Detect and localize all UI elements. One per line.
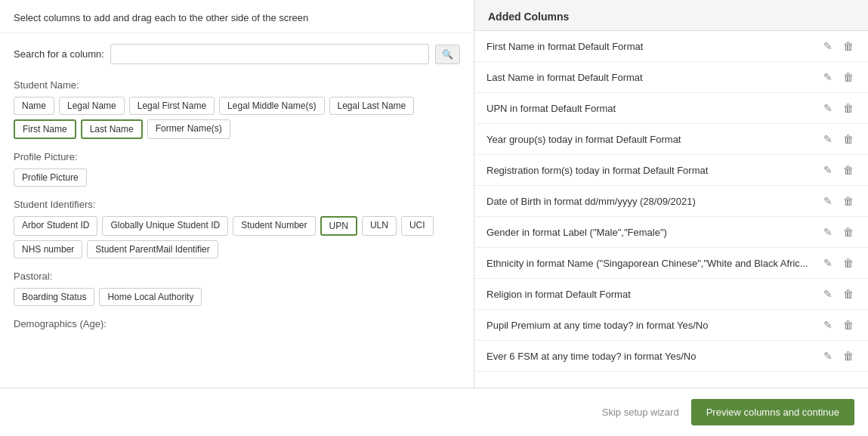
tag-uci[interactable]: UCI: [401, 216, 434, 236]
delete-column-button[interactable]: 🗑: [841, 100, 856, 116]
search-label: Search for a column:: [14, 48, 104, 60]
added-column-row: First Name in format Default Format✎🗑: [474, 31, 868, 62]
delete-column-button[interactable]: 🗑: [841, 70, 856, 85]
delete-column-button[interactable]: 🗑: [841, 193, 856, 209]
added-column-label: Date of Birth in format dd/mm/yyyy (28/0…: [487, 196, 815, 207]
added-column-label: Pupil Premium at any time today? in form…: [487, 320, 815, 331]
added-column-row: Religion in format Default Format✎🗑: [474, 279, 868, 310]
tag-globally-unique-student-id[interactable]: Globally Unique Student ID: [102, 216, 228, 236]
delete-column-button[interactable]: 🗑: [841, 224, 856, 240]
added-column-label: Religion in format Default Format: [487, 289, 815, 300]
edit-column-button[interactable]: ✎: [821, 348, 835, 363]
section-title-profile-picture: Profile Picture:: [14, 144, 460, 169]
right-panel-header: Added Columns: [474, 0, 868, 31]
section-title-demographics: Demographics (Age):: [14, 311, 460, 336]
tags-row-profile-picture: Profile Picture: [14, 169, 460, 187]
section-title-student-identifiers: Student Identifiers:: [14, 191, 460, 216]
tag-legal-first-name[interactable]: Legal First Name: [129, 97, 215, 115]
delete-column-button[interactable]: 🗑: [841, 39, 856, 54]
edit-column-button[interactable]: ✎: [821, 286, 835, 301]
added-columns-list: First Name in format Default Format✎🗑Las…: [474, 31, 868, 388]
added-column-label: Ever 6 FSM at any time today? in format …: [487, 351, 815, 362]
added-column-row: Date of Birth in format dd/mm/yyyy (28/0…: [474, 186, 868, 217]
tag-last-name[interactable]: Last Name: [81, 119, 143, 139]
right-panel-title: Added Columns: [488, 11, 569, 23]
search-icon: 🔍: [442, 49, 453, 60]
section-title-pastoral: Pastoral:: [14, 263, 460, 288]
delete-column-button[interactable]: 🗑: [841, 255, 856, 271]
added-column-row: Ever 6 FSM at any time today? in format …: [474, 341, 868, 372]
tag-boarding-status[interactable]: Boarding Status: [14, 288, 94, 306]
tags-row-student-identifiers: Arbor Student IDGlobally Unique Student …: [14, 216, 460, 258]
left-panel: Select columns to add and drag each to t…: [0, 0, 474, 388]
search-input[interactable]: [110, 44, 429, 64]
tag-upn[interactable]: UPN: [320, 216, 357, 236]
left-panel-title: Select columns to add and drag each to t…: [14, 12, 308, 23]
delete-column-button[interactable]: 🗑: [841, 317, 856, 332]
left-panel-header: Select columns to add and drag each to t…: [0, 0, 474, 33]
tag-name[interactable]: Name: [14, 97, 54, 115]
delete-column-button[interactable]: 🗑: [841, 131, 856, 147]
added-column-row: Year group(s) today in format Default Fo…: [474, 124, 868, 155]
section-pastoral: Pastoral:Boarding StatusHome Local Autho…: [14, 263, 460, 306]
edit-column-button[interactable]: ✎: [821, 39, 835, 54]
added-column-label: Ethnicity in format Name ("Singaporean C…: [487, 258, 815, 269]
added-column-label: Last Name in format Default Format: [487, 72, 815, 83]
preview-columns-button[interactable]: Preview columns and continue: [691, 399, 854, 425]
added-column-row: Pupil Premium at any time today? in form…: [474, 310, 868, 341]
edit-column-button[interactable]: ✎: [821, 70, 835, 85]
added-column-label: Year group(s) today in format Default Fo…: [487, 134, 815, 145]
delete-column-button[interactable]: 🗑: [841, 348, 856, 363]
added-column-label: Gender in format Label ("Male","Female"): [487, 227, 815, 238]
added-column-label: Registration form(s) today in format Def…: [487, 165, 815, 176]
tag-legal-middle-names[interactable]: Legal Middle Name(s): [219, 97, 324, 115]
edit-column-button[interactable]: ✎: [821, 162, 835, 178]
tag-first-name[interactable]: First Name: [14, 119, 76, 139]
tag-uln[interactable]: ULN: [362, 216, 397, 236]
section-title-student-name: Student Name:: [14, 72, 460, 97]
edit-column-button[interactable]: ✎: [821, 255, 835, 271]
added-column-row: Ethnicity in format Name ("Singaporean C…: [474, 248, 868, 279]
delete-column-button[interactable]: 🗑: [841, 286, 856, 301]
added-column-row: Gender in format Label ("Male","Female")…: [474, 217, 868, 248]
tag-former-names[interactable]: Former Name(s): [147, 119, 230, 139]
edit-column-button[interactable]: ✎: [821, 224, 835, 240]
section-student-identifiers: Student Identifiers:Arbor Student IDGlob…: [14, 191, 460, 258]
tag-nhs-number[interactable]: NHS number: [14, 240, 82, 258]
search-button[interactable]: 🔍: [435, 45, 460, 64]
tag-profile-picture[interactable]: Profile Picture: [14, 169, 87, 187]
section-profile-picture: Profile Picture:Profile Picture: [14, 144, 460, 187]
delete-column-button[interactable]: 🗑: [841, 162, 856, 178]
columns-scroll: Student Name:NameLegal NameLegal First N…: [0, 72, 474, 388]
tag-legal-name[interactable]: Legal Name: [59, 97, 125, 115]
section-student-name: Student Name:NameLegal NameLegal First N…: [14, 72, 460, 139]
edit-column-button[interactable]: ✎: [821, 193, 835, 209]
tags-row-pastoral: Boarding StatusHome Local Authority: [14, 288, 460, 306]
footer: Skip setup wizard Preview columns and co…: [0, 388, 868, 436]
right-panel: Added Columns First Name in format Defau…: [474, 0, 868, 388]
tag-home-local-authority[interactable]: Home Local Authority: [99, 288, 202, 306]
added-column-label: First Name in format Default Format: [487, 41, 815, 52]
added-column-row: UPN in format Default Format✎🗑: [474, 93, 868, 124]
section-demographics: Demographics (Age):: [14, 311, 460, 336]
search-row: Search for a column: 🔍: [0, 33, 474, 72]
skip-setup-button[interactable]: Skip setup wizard: [602, 407, 679, 418]
added-column-label: UPN in format Default Format: [487, 103, 815, 114]
tags-row-student-name: NameLegal NameLegal First NameLegal Midd…: [14, 97, 460, 139]
edit-column-button[interactable]: ✎: [821, 317, 835, 332]
tag-legal-last-name[interactable]: Legal Last Name: [329, 97, 415, 115]
added-column-row: Registration form(s) today in format Def…: [474, 155, 868, 186]
added-column-row: Last Name in format Default Format✎🗑: [474, 62, 868, 93]
edit-column-button[interactable]: ✎: [821, 131, 835, 147]
tag-arbor-student-id[interactable]: Arbor Student ID: [14, 216, 97, 236]
tag-student-number[interactable]: Student Number: [233, 216, 315, 236]
edit-column-button[interactable]: ✎: [821, 100, 835, 116]
tag-student-parentmail-identifier[interactable]: Student ParentMail Identifier: [87, 240, 218, 258]
